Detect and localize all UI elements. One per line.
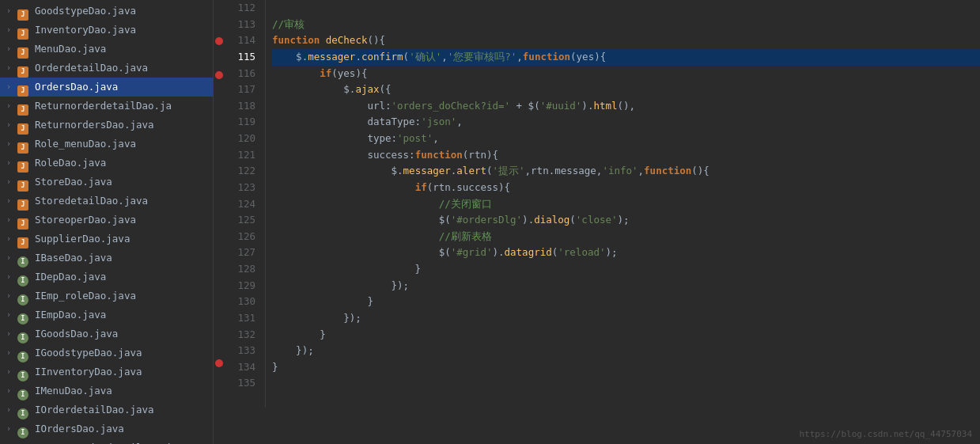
breakpoint-marker	[215, 71, 223, 79]
breakpoint-slot[interactable]	[214, 322, 225, 339]
line-number: 127	[225, 245, 259, 261]
sidebar-item-IReturnorderdetailDao[interactable]: ›IIReturnorderdetailDao.java	[0, 438, 213, 444]
code-line: dataType:'json',	[272, 114, 980, 131]
line-number: 126	[225, 229, 259, 245]
java-file-icon: J	[17, 6, 32, 17]
sidebar-item-IEmpDao[interactable]: ›IIEmpDao.java	[0, 305, 213, 324]
expand-arrow-icon: ›	[6, 366, 17, 378]
sidebar-item-StoreDao[interactable]: ›JStoreDao.java	[0, 173, 213, 192]
breakpoint-slot[interactable]	[214, 203, 225, 220]
breakpoint-slot[interactable]	[214, 136, 225, 153]
line-number: 129	[225, 278, 259, 294]
line-number: 125	[225, 212, 259, 229]
sidebar-item-InventoryDao[interactable]: ›JInventoryDao.java	[0, 21, 213, 40]
breakpoint-slot[interactable]	[214, 17, 225, 33]
breakpoint-slot[interactable]	[214, 356, 225, 373]
sidebar-item-RoleDao[interactable]: ›JRoleDao.java	[0, 154, 213, 173]
sidebar-item-Role_menuDao[interactable]: ›JRole_menuDao.java	[0, 135, 213, 154]
line-number: 118	[225, 98, 259, 115]
sidebar-item-IGoodstypeDao[interactable]: ›IIGoodstypeDao.java	[0, 343, 213, 362]
breakpoint-slot[interactable]	[214, 0, 225, 17]
breakpoint-slot[interactable]	[214, 51, 225, 67]
sidebar-item-IDepDao[interactable]: ›IIDepDao.java	[0, 268, 213, 287]
breakpoint-slot[interactable]	[214, 271, 225, 288]
breakpoint-slot[interactable]	[214, 187, 225, 203]
sidebar-item-OrderdetailDao[interactable]: ›JOrderdetailDao.java	[0, 59, 213, 78]
line-number: 116	[225, 66, 259, 82]
breakpoint-slot[interactable]	[214, 390, 225, 407]
breakpoint-slot[interactable]	[214, 374, 225, 390]
expand-arrow-icon: ›	[6, 328, 17, 340]
file-label: IOrderdetailDao.java	[35, 402, 154, 418]
line-number: 132	[225, 327, 259, 343]
sidebar-item-GoodstypeDao[interactable]: ›JGoodstypeDao.java	[0, 2, 213, 21]
file-tree[interactable]: ›JGoodstypeDao.java›JInventoryDao.java›J…	[0, 0, 214, 444]
file-label: IGoodsDao.java	[35, 326, 118, 342]
sidebar-item-StoreoperDao[interactable]: ›JStoreoperDao.java	[0, 211, 213, 230]
code-line: $.messager.alert('提示',rtn.message,'info'…	[272, 163, 980, 180]
breakpoint-slot[interactable]	[214, 305, 225, 322]
sidebar-item-StoredetailDao[interactable]: ›JStoredetailDao.java	[0, 192, 213, 211]
line-number: 133	[225, 343, 259, 359]
sidebar-item-ReturnorderdetailDao[interactable]: ›JReturnorderdetailDao.ja	[0, 97, 213, 116]
sidebar-item-IMenuDao[interactable]: ›IIMenuDao.java	[0, 381, 213, 400]
sidebar-item-ReturnordersDao[interactable]: ›JReturnordersDao.java	[0, 116, 213, 135]
code-line: }	[272, 327, 980, 343]
expand-arrow-icon: ›	[6, 62, 17, 74]
expand-arrow-icon: ›	[6, 252, 17, 264]
sidebar-item-IGoodsDao[interactable]: ›IIGoodsDao.java	[0, 324, 213, 343]
expand-arrow-icon: ›	[6, 81, 17, 93]
breakpoint-slot[interactable]	[214, 169, 225, 186]
file-label: ReturnorderdetailDao.ja	[35, 98, 172, 114]
breakpoint-slot[interactable]	[214, 102, 225, 119]
file-label: IInventoryDao.java	[35, 364, 142, 380]
line-number: 128	[225, 261, 259, 278]
breakpoint-slot[interactable]	[214, 85, 225, 101]
file-label: IEmpDao.java	[35, 307, 106, 323]
breakpoint-slot[interactable]	[214, 119, 225, 135]
java-file-icon: J	[17, 157, 32, 169]
java-file-icon: J	[17, 139, 32, 150]
file-label: InventoryDao.java	[35, 22, 136, 38]
interface-file-icon: I	[17, 271, 32, 283]
file-label: OrdersDao.java	[35, 79, 118, 95]
expand-arrow-icon: ›	[6, 119, 17, 131]
breakpoint-slot[interactable]	[214, 237, 225, 254]
expand-arrow-icon: ›	[6, 214, 17, 226]
code-line: }	[272, 294, 980, 310]
java-file-icon: J	[17, 233, 32, 245]
code-line	[272, 0, 980, 17]
line-numbers: 1121131141151161171181191201211221231241…	[225, 0, 266, 408]
breakpoint-slot[interactable]	[214, 340, 225, 356]
sidebar-item-IBaseDao[interactable]: ›IIBaseDao.java	[0, 249, 213, 268]
code-line: if(rtn.success){	[272, 180, 980, 196]
expand-arrow-icon: ›	[6, 271, 17, 283]
line-number: 115	[225, 49, 259, 66]
breakpoint-slot[interactable]	[214, 255, 225, 271]
line-number: 123	[225, 180, 259, 196]
expand-arrow-icon: ›	[6, 5, 17, 17]
sidebar-item-MenuDao[interactable]: ›JMenuDao.java	[0, 40, 213, 59]
code-line: type:'post',	[272, 131, 980, 147]
file-label: StoreDao.java	[35, 174, 112, 190]
line-number: 117	[225, 82, 259, 98]
expand-arrow-icon: ›	[6, 157, 17, 169]
code-line: $.ajax({	[272, 82, 980, 98]
breakpoint-slot[interactable]	[214, 68, 225, 85]
file-label: IMenuDao.java	[35, 383, 112, 399]
sidebar-item-IOrdersDao[interactable]: ›IIOrdersDao.java	[0, 419, 213, 438]
sidebar-item-IInventoryDao[interactable]: ›IIInventoryDao.java	[0, 362, 213, 381]
breakpoint-slot[interactable]	[214, 34, 225, 51]
sidebar-item-OrdersDao[interactable]: ›JOrdersDao.java	[0, 78, 213, 97]
sidebar-item-IOrderdetailDao[interactable]: ›IIOrderdetailDao.java	[0, 400, 213, 419]
java-file-icon: J	[17, 25, 32, 36]
code-content: //审核function deCheck(){ $.messager.confi…	[266, 0, 980, 408]
breakpoint-slot[interactable]	[214, 288, 225, 305]
interface-file-icon: I	[17, 309, 32, 321]
breakpoint-marker	[215, 359, 223, 367]
file-label: MenuDao.java	[35, 41, 106, 57]
breakpoint-slot[interactable]	[214, 153, 225, 169]
sidebar-item-IEmp_roleDao[interactable]: ›IIEmp_roleDao.java	[0, 287, 213, 305]
breakpoint-slot[interactable]	[214, 221, 225, 237]
sidebar-item-SupplierDao[interactable]: ›JSupplierDao.java	[0, 230, 213, 249]
